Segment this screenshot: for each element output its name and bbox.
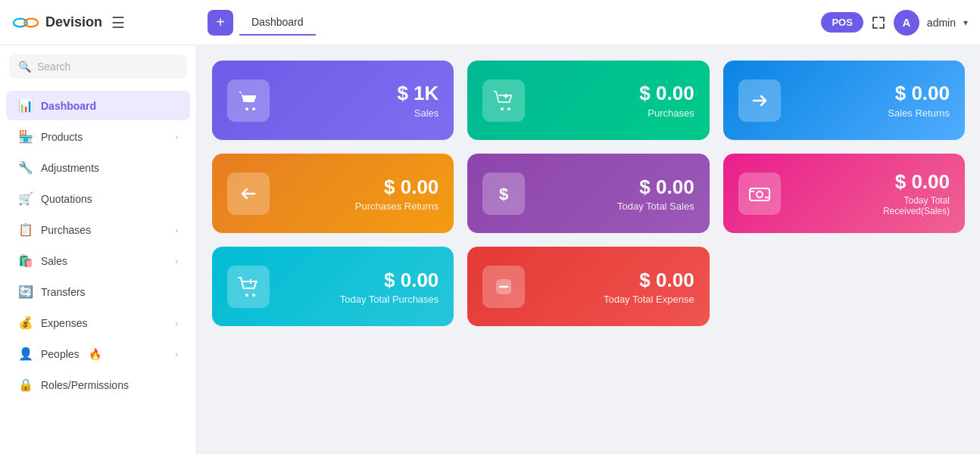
card-label-today-expense: Today Total Expense [604,294,694,305]
sidebar-item-quotations[interactable]: 🛒 Quotations [6,184,190,213]
fullscreen-icon [871,15,886,30]
adjustments-icon: 🔧 [18,160,33,175]
svg-point-5 [507,107,510,110]
sidebar-item-label-dashboard: Dashboard [41,100,96,112]
avatar: A [894,10,919,36]
sidebar-item-adjustments[interactable]: 🔧 Adjustments [6,153,190,182]
purchases-chevron-icon: › [175,225,178,235]
fire-icon: 🔥 [89,348,101,360]
card-icon-sales [227,79,270,122]
search-box[interactable]: 🔍 Search [9,54,187,79]
sidebar-item-expenses[interactable]: 💰 Expenses › [6,308,190,337]
tab-area: + Dashboard [201,10,821,36]
sales-chevron-icon: › [175,257,178,266]
card-today-expense: $ 0.00 Today Total Expense [467,247,709,326]
card-amount-sales: $ 1K [397,82,439,105]
svg-point-4 [501,107,504,110]
expenses-chevron-icon: › [175,319,178,328]
card-purchases: $ 0.00 Purchases [467,61,709,140]
card-amount-today-received: $ 0.00 [895,170,950,194]
card-info-today-purchases: $ 0.00 Today Total Purchases [282,269,439,305]
peoples-icon: 👤 [18,347,33,361]
cards-grid: $ 1K Sales $ 0.00 Purchas [212,61,965,326]
card-icon-purchases [482,79,525,122]
sidebar-item-label-sales: Sales [41,255,67,267]
svg-point-2 [245,107,248,110]
card-today-purchases: $ 0.00 Today Total Purchases [212,247,454,326]
sidebar-item-label-peoples: Peoples [41,348,80,360]
admin-chevron-icon[interactable]: ▾ [963,17,968,28]
card-icon-today-sales: $ [482,173,525,215]
header-right: POS A admin ▾ [821,10,968,36]
sidebar-item-transfers[interactable]: 🔄 Transfers [6,277,190,306]
card-sales: $ 1K Sales [212,61,454,140]
peoples-chevron-icon: › [175,350,178,359]
card-label-today-received: Today TotalReceived(Sales) [883,195,950,216]
admin-label: admin [927,17,956,29]
minus-icon [493,276,514,297]
logo-area: Devision ☰ [12,9,201,36]
sidebar-item-label-adjustments: Adjustments [41,162,99,174]
card-amount-today-expense: $ 0.00 [639,269,694,292]
fullscreen-button[interactable] [871,15,886,30]
sidebar-item-label-quotations: Quotations [41,193,92,205]
hamburger-icon[interactable]: ☰ [111,14,125,32]
sidebar-item-peoples[interactable]: 👤 Peoples 🔥 › [6,339,190,368]
sidebar-item-label-transfers: Transfers [41,286,86,298]
new-tab-button[interactable]: + [208,10,233,36]
logo-icon [12,9,39,36]
card-info-sales: $ 1K Sales [282,82,439,118]
card-today-total-sales: $ $ 0.00 Today Total Sales [467,154,709,233]
card-icon-today-purchases [227,266,270,308]
card-icon-purchases-returns [227,173,270,215]
card-label-purchases: Purchases [648,107,694,119]
sidebar-item-label-products: Products [41,131,83,143]
purchases-icon: 📋 [18,222,33,237]
sidebar-item-sales[interactable]: 🛍️ Sales › [6,246,190,275]
main-content: $ 1K Sales $ 0.00 Purchas [197,45,980,454]
sidebar: 🔍 Search 📊 Dashboard 🏪 Products › 🔧 Adju… [0,45,197,454]
svg-rect-9 [750,188,769,201]
card-info-today-expense: $ 0.00 Today Total Expense [537,269,694,305]
card-amount-sales-returns: $ 0.00 [895,82,950,105]
search-placeholder: Search [37,61,70,73]
cash-icon [747,183,772,204]
card-amount-purchases-returns: $ 0.00 [384,176,439,199]
sidebar-item-purchases[interactable]: 📋 Purchases › [6,215,190,244]
card-amount-purchases: $ 0.00 [639,82,694,105]
cart-icon [237,90,260,111]
card-info-purchases-returns: $ 0.00 Purchases Returns [282,176,439,212]
card-icon-sales-returns [738,79,781,122]
card-info-sales-returns: $ 0.00 Sales Returns [793,82,950,118]
transfers-icon: 🔄 [18,285,33,299]
card-icon-today-received [738,173,781,215]
products-icon: 🏪 [18,129,33,144]
sidebar-item-roles[interactable]: 🔒 Roles/Permissions [6,370,190,400]
tab-dashboard[interactable]: Dashboard [239,10,316,36]
roles-icon: 🔒 [18,378,33,392]
sidebar-item-dashboard[interactable]: 📊 Dashboard [6,91,190,120]
card-amount-today-sales: $ 0.00 [639,176,694,199]
logo-text: Devision [45,14,102,30]
svg-point-13 [245,294,248,297]
sales-icon: 🛍️ [18,253,33,268]
arrow-left-icon [238,183,259,204]
sidebar-item-products[interactable]: 🏪 Products › [6,122,190,151]
dollar-icon: $ [493,183,514,204]
card-info-purchases: $ 0.00 Purchases [537,82,694,118]
card-amount-today-purchases: $ 0.00 [384,269,439,292]
card-label-today-sales: Today Total Sales [617,201,694,212]
arrow-right-icon [749,90,770,111]
svg-point-10 [757,191,763,197]
svg-point-14 [252,294,255,297]
svg-point-3 [252,107,255,110]
pos-button[interactable]: POS [821,12,863,33]
dashboard-icon: 📊 [18,98,33,113]
sidebar-item-label-expenses: Expenses [41,317,87,329]
card-purchases-returns: $ 0.00 Purchases Returns [212,154,454,233]
cart-plus-icon [237,276,260,297]
svg-text:$: $ [499,185,508,204]
card-label-purchases-returns: Purchases Returns [355,201,439,212]
search-icon: 🔍 [18,61,31,73]
sidebar-item-label-roles: Roles/Permissions [41,379,129,391]
